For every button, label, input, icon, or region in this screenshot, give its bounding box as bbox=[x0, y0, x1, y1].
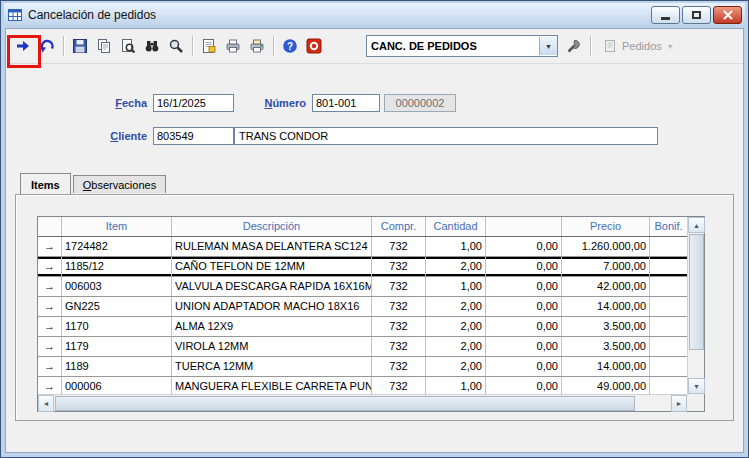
wrench-icon bbox=[566, 38, 582, 54]
copy-button[interactable] bbox=[92, 34, 116, 58]
horizontal-scrollbar[interactable]: ◄ ► bbox=[38, 394, 687, 411]
grid-rows: → 1724482 RULEMAN MASA DELANTERA SC124 P… bbox=[38, 237, 687, 394]
toolbar-separator bbox=[192, 36, 193, 56]
copy-icon bbox=[96, 38, 112, 54]
vertical-scrollbar[interactable]: ▲ ▼ bbox=[687, 217, 704, 394]
row-indicator-icon: → bbox=[38, 297, 62, 316]
cell-bonif bbox=[650, 257, 687, 276]
col-header-cantidad[interactable]: Cantidad bbox=[426, 217, 486, 236]
minimize-icon bbox=[661, 17, 670, 20]
scroll-right-icon: ► bbox=[676, 400, 683, 407]
app-window: Cancelación de pedidos bbox=[0, 0, 749, 458]
cell-descripcion: TUERCA 12MM bbox=[172, 357, 372, 376]
table-row[interactable]: → 1179 VIROLA 12MM 732 2,00 0,00 3.500,0… bbox=[38, 337, 687, 357]
vertical-scroll-thumb[interactable] bbox=[689, 234, 704, 350]
row-indicator-icon: → bbox=[38, 317, 62, 336]
cliente-name-field: TRANS CONDOR bbox=[234, 127, 658, 145]
cell-precio: 14.000,00 bbox=[562, 297, 650, 316]
print-preview-button[interactable] bbox=[116, 34, 140, 58]
tab-items[interactable]: Items bbox=[20, 173, 71, 194]
new-form-button[interactable] bbox=[197, 34, 221, 58]
col-header-bonif[interactable]: Bonif. bbox=[650, 217, 687, 236]
numero-input[interactable] bbox=[312, 94, 380, 112]
cell-compr: 732 bbox=[372, 337, 426, 356]
numero-secondary-input bbox=[384, 94, 456, 112]
cell-precio: 49.000,00 bbox=[562, 377, 650, 394]
scroll-left-icon: ◄ bbox=[43, 400, 50, 407]
print-setup-button[interactable] bbox=[245, 34, 269, 58]
undo-icon bbox=[39, 38, 55, 54]
toolbar-separator bbox=[590, 36, 591, 56]
exit-icon bbox=[306, 38, 322, 54]
cell-compr: 732 bbox=[372, 377, 426, 394]
table-row[interactable]: → GN225 UNION ADAPTADOR MACHO 18X16 732 … bbox=[38, 297, 687, 317]
save-button[interactable] bbox=[68, 34, 92, 58]
fecha-label: Fecha bbox=[7, 97, 147, 109]
minimize-button[interactable] bbox=[651, 6, 680, 24]
cell-item: 000006 bbox=[62, 377, 172, 394]
scroll-right-button[interactable]: ► bbox=[671, 395, 687, 412]
help-button[interactable]: ? bbox=[278, 34, 302, 58]
print-button[interactable] bbox=[221, 34, 245, 58]
col-header-item[interactable]: Item bbox=[62, 217, 172, 236]
col-header-precio[interactable]: Precio bbox=[562, 217, 650, 236]
cell-compr: 732 bbox=[372, 357, 426, 376]
cell-bonif bbox=[650, 357, 687, 376]
col-header-indicator bbox=[38, 217, 62, 236]
col-header-dto[interactable] bbox=[486, 217, 562, 236]
combo-dropdown-button[interactable]: ▼ bbox=[539, 37, 557, 55]
module-combo[interactable]: CANC. DE PEDIDOS ▼ bbox=[366, 35, 558, 57]
svg-text:?: ? bbox=[287, 41, 293, 52]
scroll-up-button[interactable]: ▲ bbox=[688, 217, 705, 233]
table-row[interactable]: → 000006 MANGUERA FLEXIBLE CARRETA PUNTA… bbox=[38, 377, 687, 394]
scroll-left-button[interactable]: ◄ bbox=[38, 395, 54, 412]
tools-button[interactable] bbox=[562, 34, 586, 58]
titlebar[interactable]: Cancelación de pedidos bbox=[4, 3, 745, 26]
cell-item: 006003 bbox=[62, 277, 172, 296]
cell-item: 1179 bbox=[62, 337, 172, 356]
find-button[interactable] bbox=[140, 34, 164, 58]
table-row[interactable]: → 1724482 RULEMAN MASA DELANTERA SC124 P… bbox=[38, 237, 687, 257]
chevron-down-icon: ▼ bbox=[545, 43, 552, 50]
col-header-compr[interactable]: Compr. bbox=[372, 217, 426, 236]
cliente-code-input[interactable] bbox=[153, 127, 234, 145]
fecha-input[interactable] bbox=[153, 94, 234, 112]
cell-precio: 1.260.000,00 bbox=[562, 237, 650, 256]
row-indicator-icon: → bbox=[38, 237, 62, 256]
pedidos-dropdown-button: Pedidos ▼ bbox=[603, 38, 674, 54]
cell-item: 1724482 bbox=[62, 237, 172, 256]
cell-descripcion: VALVULA DESCARGA RAPIDA 16X16MM bbox=[172, 277, 372, 296]
cell-dto: 0,00 bbox=[486, 357, 562, 376]
cell-dto: 0,00 bbox=[486, 337, 562, 356]
exit-button[interactable] bbox=[302, 34, 326, 58]
horizontal-scroll-thumb[interactable] bbox=[55, 396, 635, 411]
app-icon bbox=[7, 7, 23, 23]
cliente-label: Cliente bbox=[7, 130, 147, 142]
grid-main: Item Descripción Compr. Cantidad Precio … bbox=[38, 217, 687, 394]
items-panel: Item Descripción Compr. Cantidad Precio … bbox=[15, 194, 734, 421]
maximize-button[interactable] bbox=[682, 6, 711, 24]
table-row[interactable]: → 1185/12 CAÑO TEFLON DE 12MM 732 2,00 0… bbox=[38, 257, 687, 277]
toolbar-separator bbox=[273, 36, 274, 56]
cell-item: 1170 bbox=[62, 317, 172, 336]
cell-bonif bbox=[650, 237, 687, 256]
scroll-up-icon: ▲ bbox=[693, 222, 700, 229]
cell-item: GN225 bbox=[62, 297, 172, 316]
table-row[interactable]: → 1189 TUERCA 12MM 732 2,00 0,00 14.000,… bbox=[38, 357, 687, 377]
cell-cantidad: 1,00 bbox=[426, 237, 486, 256]
cell-cantidad: 2,00 bbox=[426, 257, 486, 276]
scroll-down-button[interactable]: ▼ bbox=[688, 378, 705, 394]
window-title: Cancelación de pedidos bbox=[28, 8, 156, 22]
table-row[interactable]: → 1170 ALMA 12X9 732 2,00 0,00 3.500,00 bbox=[38, 317, 687, 337]
cell-compr: 732 bbox=[372, 257, 426, 276]
tab-observaciones[interactable]: Observaciones bbox=[73, 175, 166, 193]
magnifier-icon bbox=[168, 38, 184, 54]
zoom-button[interactable] bbox=[164, 34, 188, 58]
col-header-descripcion[interactable]: Descripción bbox=[172, 217, 372, 236]
maximize-icon bbox=[692, 11, 701, 19]
close-button[interactable] bbox=[713, 6, 742, 24]
cell-descripcion: CAÑO TEFLON DE 12MM bbox=[172, 257, 372, 276]
row-indicator-icon: → bbox=[38, 277, 62, 296]
table-row[interactable]: → 006003 VALVULA DESCARGA RAPIDA 16X16MM… bbox=[38, 277, 687, 297]
binoculars-icon bbox=[144, 38, 160, 54]
